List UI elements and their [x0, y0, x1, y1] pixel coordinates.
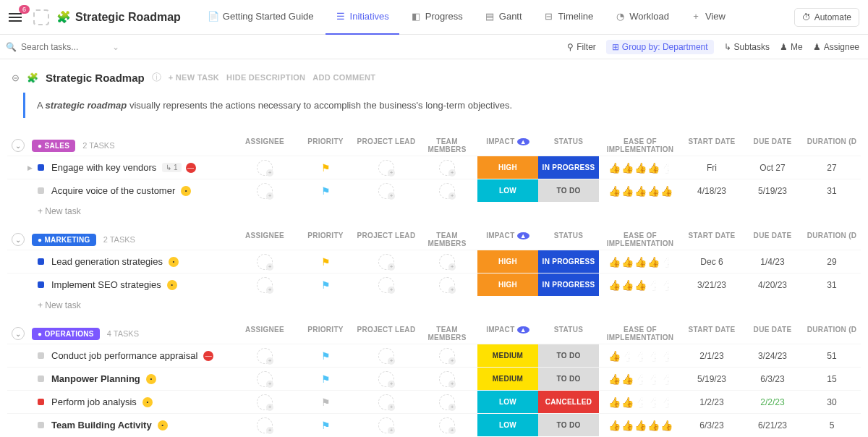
group-pill[interactable]: ● SALES — [32, 140, 75, 152]
group-collapse-icon[interactable]: ⌄ — [12, 327, 25, 340]
status-square-icon[interactable] — [38, 281, 44, 288]
assignee-empty[interactable] — [257, 160, 273, 176]
col-start-date[interactable]: START DATE — [681, 326, 742, 341]
impact-badge[interactable]: HIGH — [477, 250, 538, 273]
status-square-icon[interactable] — [38, 399, 44, 405]
in-progress-icon[interactable]: • — [169, 257, 179, 267]
impact-badge[interactable]: MEDIUM — [477, 368, 538, 390]
add-comment-button[interactable]: ADD COMMENT — [312, 73, 375, 82]
impact-badge[interactable]: LOW — [477, 414, 538, 436]
hide-description-button[interactable]: HIDE DESCRIPTION — [226, 73, 305, 82]
start-date[interactable]: Dec 6 — [681, 250, 742, 273]
priority-flag-icon[interactable]: ⚑ — [321, 396, 331, 408]
list-description[interactable]: A strategic roadmap visually represents … — [23, 93, 861, 118]
col-ease[interactable]: EASE OF IMPLEMENTATION — [599, 137, 681, 153]
automate-button[interactable]: ⏱Automate — [794, 8, 859, 27]
duration[interactable]: 27 — [803, 156, 861, 179]
in-progress-icon[interactable]: • — [181, 186, 191, 196]
group-collapse-icon[interactable]: ⌄ — [12, 139, 25, 152]
col-impact[interactable]: IMPACT ▲ — [477, 326, 538, 341]
task-name[interactable]: Perform job analysis — [51, 396, 137, 407]
duration[interactable]: 30 — [803, 391, 861, 413]
project-lead-empty[interactable] — [378, 348, 394, 364]
col-due-date[interactable]: DUE DATE — [742, 232, 803, 247]
col-team-members[interactable]: TEAM MEMBERS — [417, 326, 477, 341]
assignee-empty[interactable] — [257, 254, 273, 270]
team-members-empty[interactable] — [439, 277, 455, 293]
col-team-members[interactable]: TEAM MEMBERS — [417, 137, 477, 153]
assignee-empty[interactable] — [257, 348, 273, 364]
task-row[interactable]: Implement SEO strategies • ⚑ HIGH IN PRO… — [7, 273, 861, 296]
col-assignee[interactable]: ASSIGNEE — [234, 326, 295, 341]
project-lead-empty[interactable] — [378, 371, 394, 387]
priority-flag-icon[interactable]: ⚑ — [321, 373, 331, 385]
duration[interactable]: 31 — [803, 273, 861, 296]
assignee-empty[interactable] — [257, 277, 273, 293]
start-date[interactable]: Fri — [681, 156, 742, 179]
priority-flag-icon[interactable]: ⚑ — [321, 420, 331, 431]
in-progress-icon[interactable]: • — [146, 374, 156, 384]
new-task-link[interactable]: + New task — [7, 202, 861, 221]
subtasks-button[interactable]: ↳Subtasks — [724, 42, 770, 52]
impact-badge[interactable]: LOW — [477, 179, 538, 202]
page-title[interactable]: Strategic Roadmap — [75, 11, 181, 24]
due-date[interactable]: 1/4/23 — [742, 250, 803, 273]
duration[interactable]: 15 — [803, 368, 861, 390]
due-date[interactable]: Oct 27 — [742, 156, 803, 179]
priority-flag-icon[interactable]: ⚑ — [321, 185, 331, 197]
status-badge[interactable]: TO DO — [538, 179, 599, 202]
project-lead-empty[interactable] — [378, 417, 394, 433]
task-row[interactable]: Conduct job performance appraisal — ⚑ ME… — [7, 344, 861, 367]
col-duration[interactable]: DURATION (D — [803, 232, 861, 247]
start-date[interactable]: 5/19/23 — [681, 368, 742, 390]
project-lead-empty[interactable] — [378, 183, 394, 199]
ease-rating[interactable]: 👍👍👍👍👍 — [608, 279, 673, 291]
tab-timeline[interactable]: ⊟Timeline — [534, 0, 604, 35]
status-square-icon[interactable] — [38, 187, 44, 194]
assignee-empty[interactable] — [257, 417, 273, 433]
due-date[interactable]: 2/2/23 — [742, 391, 803, 413]
col-project-lead[interactable]: PROJECT LEAD — [356, 326, 417, 341]
ease-rating[interactable]: 👍👍👍👍👍 — [608, 420, 673, 431]
status-badge[interactable]: TO DO — [538, 344, 599, 367]
impact-badge[interactable]: HIGH — [477, 273, 538, 296]
assignee-empty[interactable] — [257, 183, 273, 199]
duration[interactable]: 5 — [803, 414, 861, 436]
impact-badge[interactable]: LOW — [477, 391, 538, 413]
collapse-all-icon[interactable]: ⊝ — [12, 72, 20, 83]
col-duration[interactable]: DURATION (D — [803, 326, 861, 341]
new-task-link[interactable]: + New task — [7, 296, 861, 315]
status-badge[interactable]: TO DO — [538, 368, 599, 390]
priority-flag-icon[interactable]: ⚑ — [321, 279, 331, 291]
project-lead-empty[interactable] — [378, 254, 394, 270]
project-lead-empty[interactable] — [378, 160, 394, 176]
duration[interactable]: 51 — [803, 344, 861, 367]
priority-flag-icon[interactable]: ⚑ — [321, 162, 331, 174]
status-badge[interactable]: IN PROGRESS — [538, 250, 599, 273]
team-members-empty[interactable] — [439, 254, 455, 270]
tab-add-view[interactable]: +View — [681, 0, 736, 35]
task-name[interactable]: Manpower Planning — [51, 373, 140, 384]
menu-toggle[interactable]: 6 — [9, 9, 26, 26]
status-square-icon[interactable] — [38, 376, 44, 382]
start-date[interactable]: 2/1/23 — [681, 344, 742, 367]
duration[interactable]: 29 — [803, 250, 861, 273]
col-ease[interactable]: EASE OF IMPLEMENTATION — [599, 232, 681, 247]
col-status[interactable]: STATUS — [538, 232, 599, 247]
col-status[interactable]: STATUS — [538, 137, 599, 153]
col-due-date[interactable]: DUE DATE — [742, 326, 803, 341]
tab-gantt[interactable]: ▤Gantt — [475, 0, 532, 35]
status-badge[interactable]: IN PROGRESS — [538, 156, 599, 179]
due-date[interactable]: 6/21/23 — [742, 414, 803, 436]
col-ease[interactable]: EASE OF IMPLEMENTATION — [599, 326, 681, 341]
assignee-button[interactable]: ♟Assignee — [813, 42, 859, 52]
project-lead-empty[interactable] — [378, 277, 394, 293]
col-start-date[interactable]: START DATE — [681, 137, 742, 153]
subtask-count[interactable]: ↳ 1 — [162, 163, 181, 172]
tab-getting-started[interactable]: 📄Getting Started Guide — [198, 0, 324, 35]
status-square-icon[interactable] — [38, 164, 44, 171]
priority-flag-icon[interactable]: ⚑ — [321, 256, 331, 268]
status-badge[interactable]: TO DO — [538, 414, 599, 436]
team-members-empty[interactable] — [439, 348, 455, 364]
team-members-empty[interactable] — [439, 394, 455, 410]
